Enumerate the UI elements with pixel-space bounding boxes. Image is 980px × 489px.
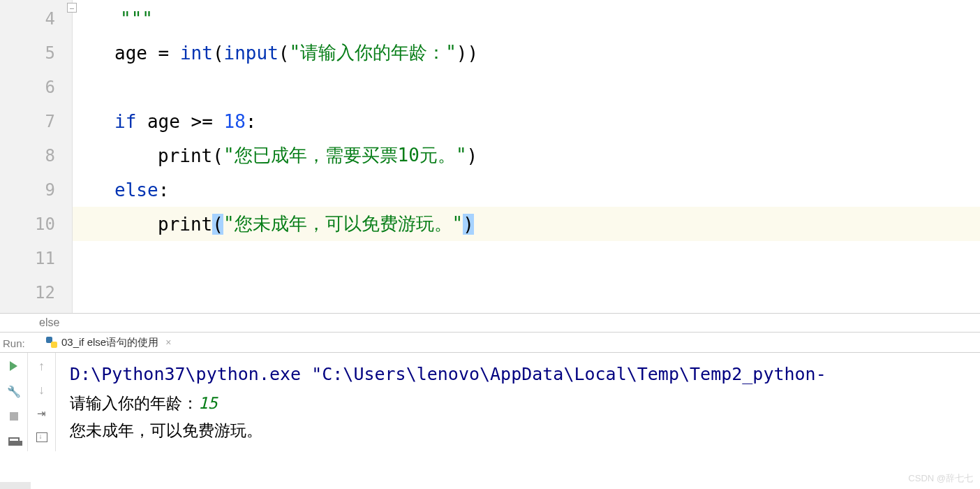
code-string: "您已成年，需要买票10元。" [223,143,467,168]
run-panel-label: Run: [3,336,25,349]
code-paren: )) [456,43,478,64]
fold-icon[interactable]: — [67,3,77,13]
run-tab[interactable]: 03_if else语句的使用 × [40,333,177,352]
console-output-line: 您未成年，可以免费游玩。 [70,417,966,444]
code-line-current: print("您未成年，可以免费游玩。") [73,207,980,241]
wrap-button[interactable]: ⇥ [34,406,50,421]
python-icon [46,337,57,348]
stop-icon [10,412,18,421]
code-var: age = [114,43,180,64]
line-number: 9 [0,173,72,207]
close-icon[interactable]: × [165,337,171,348]
code-paren: ) [467,145,478,166]
up-button[interactable]: ↑ [34,358,50,374]
code-paren: ( [279,43,290,64]
run-tab-label: 03_if else语句的使用 [61,336,158,349]
run-toolbar-nav: ↑ ↓ ⇥ [28,353,56,451]
line-number: 12 [0,275,72,309]
code-string: "请输入你的年龄：" [289,41,456,65]
code-paren-match: ) [463,214,474,235]
code-paren-match: ( [212,214,223,235]
run-button[interactable] [6,358,22,374]
code-editor[interactable]: — """ age = int(input("请输入你的年龄：")) if ag… [73,0,980,313]
code-paren: ( [213,43,224,64]
settings-button[interactable]: 🔧 [6,384,22,399]
console-output[interactable]: D:\Python37\python.exe "C:\Users\lenovo\… [56,353,980,451]
stop-button[interactable] [6,409,22,424]
code-colon: : [158,180,170,200]
code-expr: age >= [136,111,223,132]
code-line: """ [73,1,980,36]
layout-button[interactable] [6,434,22,449]
line-number: 4 [0,1,72,36]
line-number: 5 [0,36,72,70]
scroll-button[interactable] [34,430,50,445]
run-toolbar-left: 🔧 [0,353,28,451]
code-keyword: if [114,111,136,132]
scroll-to-end-icon [36,432,47,442]
console-line: 请输入你的年龄：15 [70,390,966,417]
line-number: 11 [0,241,72,275]
breadcrumb[interactable]: else [0,314,980,333]
watermark: CSDN @辞七七 [908,472,973,485]
bottom-strip [0,482,31,489]
run-tabs-bar: Run: 03_if else语句的使用 × [0,333,980,353]
console-prompt: 请输入你的年龄： [70,394,198,412]
line-number: 6 [0,70,72,104]
code-line: print("您已成年，需要买票10元。") [73,138,980,173]
line-number: 7 [0,104,72,138]
line-number: 10 [0,207,72,241]
line-number: 8 [0,138,72,173]
wrap-icon: ⇥ [37,407,46,420]
play-icon [10,361,17,371]
console-user-input: 15 [198,394,218,412]
run-panel-body: 🔧 ↑ ↓ ⇥ D:\Python37\python.exe "C:\Users… [0,353,980,451]
code-line: if age >= 18: [73,104,980,138]
code-paren: ( [212,145,223,166]
wrench-icon: 🔧 [7,385,21,398]
code-string: "您未成年，可以免费游玩。" [223,212,463,236]
code-builtin: print [158,145,212,166]
code-line: else: [73,173,980,207]
docstring-end: """ [120,8,153,29]
code-keyword: else [114,180,158,200]
code-builtin: int [180,43,213,64]
code-builtin: input [224,43,279,64]
layout-icon [8,437,20,446]
console-command: D:\Python37\python.exe "C:\Users\lenovo\… [70,360,966,390]
editor-area: 4 5 6 7 8 9 10 11 12 — """ age = int(inp… [0,0,980,314]
line-gutter: 4 5 6 7 8 9 10 11 12 [0,0,73,313]
arrow-down-icon: ↓ [38,383,45,397]
code-colon: : [246,111,257,132]
code-line [73,241,980,275]
arrow-up-icon: ↑ [38,359,45,374]
code-number: 18 [224,111,246,132]
code-line: age = int(input("请输入你的年龄：")) [73,36,980,70]
code-line [73,275,980,309]
code-builtin: print [158,214,212,235]
code-line [73,70,980,104]
down-button[interactable]: ↓ [34,382,50,397]
